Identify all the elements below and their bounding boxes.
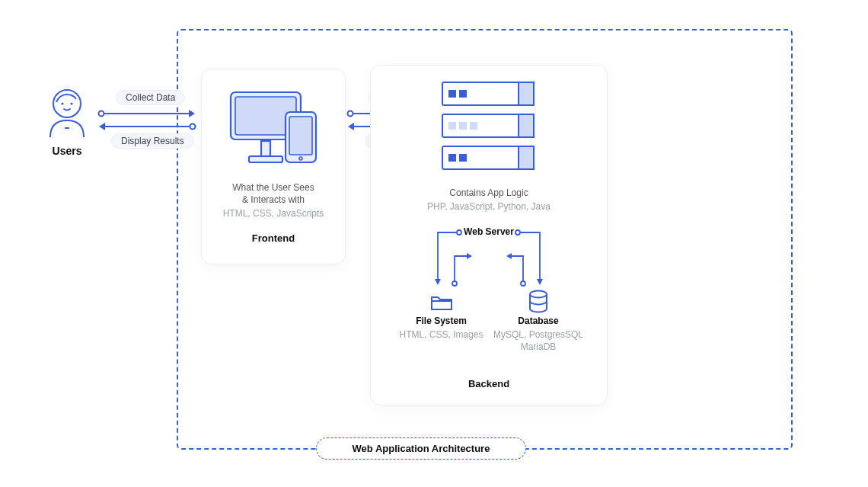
svg-point-1 (61, 102, 63, 104)
file-system-title: File System (390, 316, 493, 326)
svg-rect-10 (261, 141, 270, 156)
svg-rect-21 (448, 90, 456, 98)
frontend-desc-2: & Interacts with (202, 194, 345, 205)
svg-rect-26 (459, 122, 467, 130)
file-system-tech: HTML, CSS, Images (390, 329, 493, 340)
svg-rect-30 (448, 154, 456, 162)
devices-icon (228, 89, 319, 168)
svg-point-7 (190, 124, 196, 130)
diagram-canvas: Web Application Architecture Users Colle… (0, 0, 868, 487)
svg-point-36 (530, 291, 547, 298)
frontend-desc-1: What the User Sees (202, 182, 345, 193)
folder-icon (430, 293, 453, 311)
svg-point-33 (452, 281, 457, 286)
arrow-collect-data (97, 109, 196, 118)
user-icon (44, 85, 90, 140)
svg-rect-25 (448, 122, 456, 130)
label-display-results: Display Results (111, 133, 194, 149)
frontend-tech: HTML, CSS, JavaScripts (202, 208, 345, 219)
backend-card: Contains App Logic PHP, JavaScript, Pyth… (370, 65, 608, 405)
svg-point-34 (515, 230, 520, 235)
database-tech-1: MySQL, PostgresSQL (493, 329, 584, 340)
label-collect-data: Collect Data (116, 90, 185, 105)
frontend-card: What the User Sees & Interacts with HTML… (201, 69, 346, 264)
svg-rect-31 (459, 154, 467, 162)
svg-point-15 (348, 111, 353, 117)
diagram-title: Web Application Architecture (353, 443, 490, 454)
svg-point-2 (70, 102, 72, 104)
database-tech-2: MariaDB (493, 341, 584, 352)
svg-rect-27 (470, 122, 477, 130)
backend-logic-desc: Contains App Logic (371, 187, 607, 198)
svg-rect-11 (249, 156, 282, 162)
backend-title: Backend (371, 378, 607, 389)
database-title: Database (493, 316, 584, 326)
frontend-title: Frontend (202, 232, 345, 244)
svg-rect-13 (289, 117, 312, 155)
diagram-title-pill: Web Application Architecture (316, 437, 526, 460)
svg-rect-24 (519, 114, 534, 137)
svg-point-35 (521, 281, 525, 286)
svg-point-4 (99, 111, 104, 117)
database-icon (528, 290, 548, 313)
svg-rect-20 (519, 82, 534, 105)
users-label: Users (37, 145, 97, 157)
svg-rect-29 (519, 146, 534, 169)
webserver-connectors (394, 226, 584, 294)
svg-point-32 (457, 230, 461, 235)
server-stack-icon (441, 81, 535, 172)
backend-logic-tech: PHP, JavaScript, Python, Java (371, 201, 607, 212)
arrow-display-results (97, 122, 196, 131)
svg-rect-22 (459, 90, 467, 98)
